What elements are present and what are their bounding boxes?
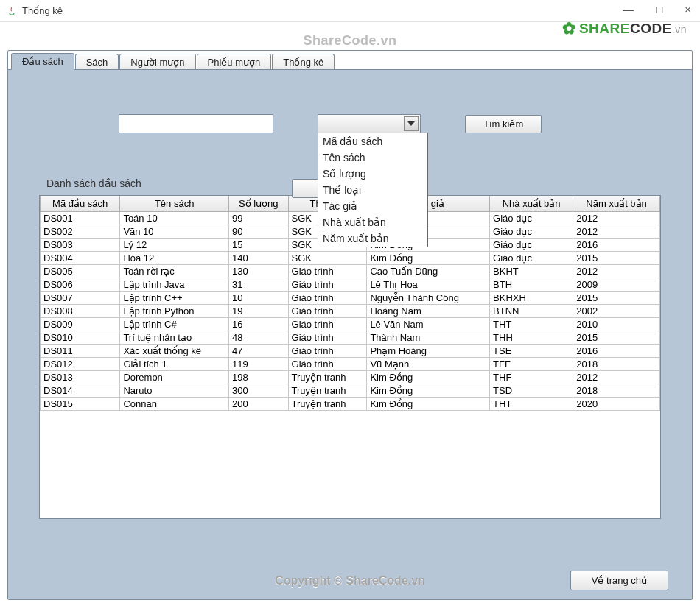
- table-cell: Doremon: [120, 371, 229, 384]
- table-cell: BTNN: [490, 305, 573, 318]
- chevron-down-icon[interactable]: [404, 116, 419, 131]
- tab-thong-ke[interactable]: Thống kê: [272, 54, 335, 70]
- minimize-button[interactable]: —: [618, 3, 638, 15]
- column-header[interactable]: Số lượng: [228, 196, 288, 212]
- table-cell: THH: [490, 331, 573, 345]
- table-cell: DS011: [41, 345, 120, 358]
- tab-sach[interactable]: Sách: [75, 54, 119, 70]
- table-cell: Kim Đồng: [367, 384, 490, 398]
- java-icon: [6, 5, 18, 17]
- column-header[interactable]: Tên sách: [120, 196, 229, 212]
- table-cell: Truyện tranh: [288, 398, 367, 411]
- tab-nguoi-muon[interactable]: Người mượn: [119, 54, 195, 70]
- column-header[interactable]: Mã đầu sách: [41, 196, 120, 212]
- table-cell: 130: [228, 265, 288, 278]
- table-row[interactable]: DS005Toán rời rạc130Giáo trìnhCao Tuấn D…: [41, 265, 660, 278]
- table-cell: Giáo trình: [288, 345, 367, 358]
- center-watermark: ShareCode.vn: [303, 33, 396, 49]
- table-cell: 200: [228, 398, 288, 411]
- obscured-button[interactable]: [292, 179, 321, 198]
- table-row[interactable]: DS004Hóa 12140SGKKim ĐồngGiáo dục2015: [41, 252, 660, 265]
- table-row[interactable]: DS008Lập trình Python19Giáo trìnhHoàng N…: [41, 305, 660, 318]
- search-field-combo[interactable]: Mã đầu sách Tên sách Số lượng Thể loại T…: [318, 114, 421, 133]
- table-row[interactable]: DS014Naruto300Truyện tranhKim ĐồngTSD201…: [41, 384, 660, 398]
- column-header[interactable]: Năm xuất bản: [573, 196, 660, 212]
- dropdown-list: Mã đầu sách Tên sách Số lượng Thể loại T…: [318, 133, 428, 247]
- table-cell: Giáo trình: [288, 292, 367, 305]
- table-cell: DS012: [41, 358, 120, 371]
- dropdown-option[interactable]: Tác giả: [318, 198, 427, 214]
- table-cell: Kim Đồng: [367, 371, 490, 384]
- table-row[interactable]: DS010Trí tuệ nhân tạo48Giáo trìnhThành N…: [41, 331, 660, 345]
- table-cell: Văn 10: [120, 225, 229, 239]
- table-cell: Giáo dục: [490, 225, 573, 239]
- copyright-text: Copyright © ShareCode.vn: [275, 574, 425, 588]
- table-cell: BTH: [490, 278, 573, 292]
- table-row[interactable]: DS012Giải tích 1119Giáo trìnhVũ MạnhTFF2…: [41, 358, 660, 371]
- table-cell: Giáo trình: [288, 305, 367, 318]
- table-cell: Lập trình C#: [120, 318, 229, 331]
- dropdown-option[interactable]: Nhà xuất bản: [318, 214, 427, 230]
- table-cell: 15: [228, 239, 288, 252]
- table-cell: Toán 10: [120, 212, 229, 225]
- table-cell: 2010: [573, 318, 660, 331]
- table-row[interactable]: DS011Xác xuất thống kê47Giáo trìnhPhạm H…: [41, 345, 660, 358]
- table-cell: TFF: [490, 358, 573, 371]
- table-cell: BKHT: [490, 265, 573, 278]
- table-cell: SGK: [288, 252, 367, 265]
- dropdown-option[interactable]: Số lượng: [318, 166, 427, 182]
- table-cell: Giáo trình: [288, 358, 367, 371]
- table-row[interactable]: DS009Lập trình C#16Giáo trìnhLê Văn NamT…: [41, 318, 660, 331]
- maximize-button[interactable]: □: [651, 3, 667, 15]
- table-cell: DS004: [41, 252, 120, 265]
- table-cell: DS002: [41, 225, 120, 239]
- search-button[interactable]: Tìm kiếm: [465, 115, 542, 133]
- table-cell: 2009: [573, 278, 660, 292]
- table-cell: 2020: [573, 398, 660, 411]
- svg-marker-0: [407, 121, 415, 126]
- watermark-logo: ✿ SHARECODE.vn: [562, 19, 687, 38]
- tabstrip: Đầu sách Sách Người mượn Phiếu mượn Thốn…: [8, 50, 692, 69]
- window-controls: — □ ×: [618, 3, 696, 15]
- table-cell: THT: [490, 318, 573, 331]
- table-cell: DS010: [41, 331, 120, 345]
- table-cell: Lý 12: [120, 239, 229, 252]
- dropdown-option[interactable]: Năm xuất bản: [318, 230, 427, 247]
- table-row[interactable]: DS013Doremon198Truyện tranhKim ĐồngTHF20…: [41, 371, 660, 384]
- table-cell: 140: [228, 252, 288, 265]
- search-input[interactable]: [119, 114, 273, 133]
- home-button[interactable]: Về trang chủ: [570, 571, 668, 590]
- table-cell: Hóa 12: [120, 252, 229, 265]
- table-cell: 47: [228, 345, 288, 358]
- table-cell: Lập trình Java: [120, 278, 229, 292]
- dropdown-option[interactable]: Tên sách: [318, 149, 427, 166]
- table-cell: 19: [228, 305, 288, 318]
- table-cell: DS015: [41, 398, 120, 411]
- table-cell: 2012: [573, 371, 660, 384]
- table-row[interactable]: DS006Lập trình Java31Giáo trìnhLê Thị Ho…: [41, 278, 660, 292]
- table-cell: 2018: [573, 384, 660, 398]
- table-row[interactable]: DS015Connan200Truyện tranhKim ĐồngTHT202…: [41, 398, 660, 411]
- tab-phieu-muon[interactable]: Phiếu mượn: [197, 54, 272, 70]
- table-cell: Truyện tranh: [288, 384, 367, 398]
- table-cell: 2012: [573, 265, 660, 278]
- table-cell: Kim Đồng: [367, 252, 490, 265]
- column-header[interactable]: Nhà xuất bản: [490, 196, 573, 212]
- table-cell: 48: [228, 331, 288, 345]
- table-cell: TSE: [490, 345, 573, 358]
- dropdown-option[interactable]: Mã đầu sách: [318, 133, 427, 149]
- table-cell: DS005: [41, 265, 120, 278]
- table-row[interactable]: DS007Lập trình C++10Giáo trìnhNguyễn Thà…: [41, 292, 660, 305]
- table-cell: BKHXH: [490, 292, 573, 305]
- search-row: Mã đầu sách Tên sách Số lượng Thể loại T…: [119, 114, 677, 133]
- dropdown-option[interactable]: Thể loại: [318, 182, 427, 198]
- table-cell: DS014: [41, 384, 120, 398]
- tab-dau-sach[interactable]: Đầu sách: [11, 53, 74, 70]
- table-cell: THT: [490, 398, 573, 411]
- table-cell: 2015: [573, 292, 660, 305]
- table-cell: Lê Văn Nam: [367, 318, 490, 331]
- close-button[interactable]: ×: [680, 3, 696, 15]
- table-cell: DS001: [41, 212, 120, 225]
- table-cell: Thành Nam: [367, 331, 490, 345]
- table-cell: 2016: [573, 239, 660, 252]
